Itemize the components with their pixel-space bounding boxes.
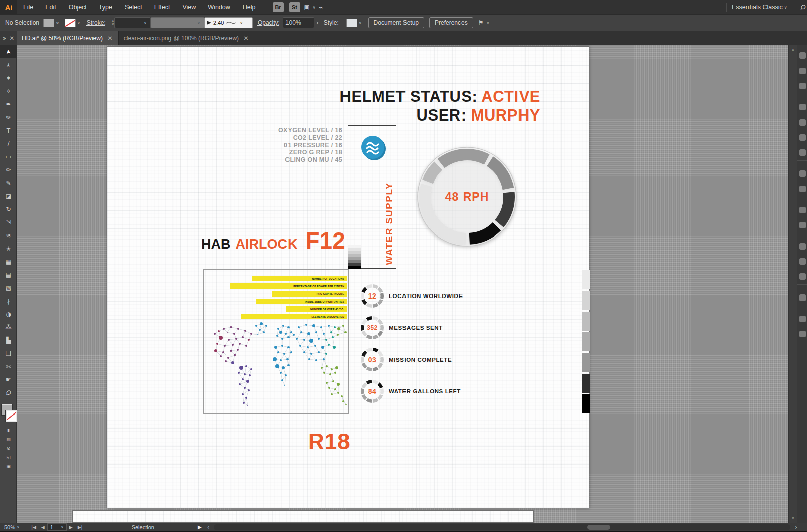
perspective-grid-tool[interactable]: ▦ <box>0 255 17 268</box>
stroke-weight-box[interactable]: 2.40 ∨ <box>204 17 253 28</box>
bridge-button[interactable]: Br <box>273 2 284 12</box>
stock-button[interactable]: St <box>289 2 300 12</box>
gradient-mode-button[interactable]: ▨ <box>0 435 17 444</box>
magic-wand-tool[interactable]: ✶ <box>0 72 17 85</box>
menu-window[interactable]: Window <box>202 0 236 14</box>
free-transform-tool[interactable]: ⇲ <box>0 216 17 229</box>
stat-water-gallons-left[interactable]: 84WATER GALLONS LEFT <box>359 378 461 404</box>
stat-messages-sent[interactable]: 352MESSAGES SENT <box>359 315 443 341</box>
brush-definition-dropdown[interactable]: ∨ <box>151 17 204 28</box>
panel-icon[interactable] <box>799 273 806 280</box>
water-supply-panel[interactable]: WATER SUPPLY <box>348 125 396 269</box>
horizontal-scrollbar[interactable] <box>214 524 790 530</box>
angle-right-icon[interactable]: › <box>316 19 319 26</box>
menu-edit[interactable]: Edit <box>39 0 63 14</box>
panel-icon[interactable] <box>799 294 806 301</box>
blend-tool[interactable]: ◑ <box>0 308 17 321</box>
vitals-list[interactable]: OXYGEN LEVEL / 16CO2 LEVEL / 2201 PRESSU… <box>278 127 342 164</box>
shaper-tool[interactable]: ✎ <box>0 176 17 190</box>
fill-stroke-widget[interactable] <box>0 403 17 426</box>
selection-tool[interactable]: ➤ <box>0 45 17 58</box>
stat-mission-complete[interactable]: 03MISSION COMPLETE <box>359 346 452 373</box>
close-icon[interactable]: × <box>9 35 14 42</box>
workspace-switcher[interactable]: Essentials Classic <box>732 4 783 11</box>
chevron-down-icon[interactable]: ∨ <box>77 21 80 25</box>
stroke-color-swatch[interactable] <box>65 19 76 27</box>
panel-dock[interactable] <box>797 45 807 523</box>
panel-icon[interactable] <box>799 186 806 192</box>
menu-effect[interactable]: Effect <box>148 0 177 14</box>
panel-icon[interactable] <box>799 331 806 337</box>
menu-select[interactable]: Select <box>119 0 148 14</box>
artboard-2[interactable] <box>72 510 534 523</box>
fill-color-swatch[interactable] <box>43 19 54 27</box>
chevron-down-icon[interactable]: ∨ <box>486 21 489 25</box>
panel-icon[interactable] <box>799 243 806 250</box>
chevron-down-icon[interactable]: ∨ <box>359 21 362 25</box>
rectangle-tool[interactable]: ▭ <box>0 150 17 163</box>
play-icon[interactable]: ▶ <box>198 524 202 530</box>
chevron-down-icon[interactable]: ∨ <box>17 525 20 529</box>
lasso-tool[interactable]: ✧ <box>0 85 17 98</box>
stats-list[interactable]: 12LOCATION WORLDWIDE352MESSAGES SENT03MI… <box>359 283 521 424</box>
arrange-documents-icon[interactable]: ▣ <box>304 4 310 11</box>
puppet-warp-tool[interactable]: ✭ <box>0 242 17 255</box>
overflow-icon[interactable]: » <box>3 35 6 42</box>
scrollbar-thumb[interactable] <box>587 525 610 530</box>
slice-tool[interactable]: ✄ <box>0 360 17 373</box>
document-setup-button[interactable]: Document Setup <box>368 17 424 28</box>
panel-icon[interactable] <box>799 52 806 59</box>
color-mode-button[interactable]: ▮ <box>0 426 17 435</box>
previous-artboard-icon[interactable]: ◀ <box>39 525 47 530</box>
hand-tool[interactable]: ☛ <box>0 373 17 386</box>
panel-icon[interactable] <box>799 207 806 213</box>
vertical-scrollbar[interactable]: ∧ ∨ <box>788 45 797 523</box>
scroll-down-icon[interactable]: ∨ <box>789 516 797 520</box>
helmet-status-heading[interactable]: HELMET STATUS: ACTIVE USER: MURPHY <box>340 87 540 125</box>
column-graph-tool[interactable]: ▙ <box>0 334 17 347</box>
scroll-left-icon[interactable]: ‹ <box>205 524 212 531</box>
snap-options-icon[interactable]: ⚑ <box>478 19 484 26</box>
symbol-sprayer-tool[interactable]: ⁂ <box>0 321 17 334</box>
stroke-weight-dropdown[interactable]: ∨ <box>114 17 151 28</box>
width-tool[interactable]: ≋ <box>0 229 17 242</box>
scroll-right-icon[interactable]: › <box>792 524 800 531</box>
menu-object[interactable]: Object <box>63 0 93 14</box>
direct-selection-tool[interactable]: ➢ <box>0 58 17 72</box>
zoom-tool[interactable]: Ϙ <box>0 386 17 399</box>
mesh-tool[interactable]: ▤ <box>0 268 17 281</box>
none-mode-button[interactable]: ⊘ <box>0 444 17 453</box>
preferences-button[interactable]: Preferences <box>429 17 473 28</box>
menu-type[interactable]: Type <box>93 0 119 14</box>
menu-view[interactable]: View <box>176 0 202 14</box>
style-swatch[interactable] <box>346 19 357 27</box>
opacity-value-box[interactable]: 100% <box>283 17 314 28</box>
first-artboard-icon[interactable]: |◀ <box>29 525 39 530</box>
last-artboard-icon[interactable]: ▶| <box>75 525 85 530</box>
scroll-up-icon[interactable]: ∧ <box>789 48 797 52</box>
panel-icon[interactable] <box>799 170 806 177</box>
panel-icon[interactable] <box>799 258 806 265</box>
panel-icon[interactable] <box>799 119 806 126</box>
panel-icon[interactable] <box>799 222 806 228</box>
infographic-frame[interactable]: NUMBER OF LOCATIONSPERCENTAGE OF POWER P… <box>203 269 349 414</box>
document-tab-1[interactable]: HD.ai* @ 50% (RGB/Preview)× <box>17 31 119 45</box>
panel-icon[interactable] <box>799 316 806 322</box>
rpm-gauge[interactable]: 48 RPH <box>417 146 517 247</box>
stroke-label[interactable]: Stroke: <box>87 19 106 26</box>
chevron-down-icon[interactable]: ∨ <box>784 5 787 10</box>
panel-icon[interactable] <box>799 68 806 74</box>
document-tab-2[interactable]: clean-air-icon.png @ 100% (RGB/Preview)× <box>119 31 254 45</box>
share-icon[interactable]: ⌁ <box>319 3 323 11</box>
rotate-tool[interactable]: ↻ <box>0 203 17 216</box>
footer-code[interactable]: R18 <box>308 429 351 454</box>
type-tool[interactable]: T <box>0 124 17 137</box>
stat-location-worldwide[interactable]: 12LOCATION WORLDWIDE <box>359 283 463 309</box>
panel-icon[interactable] <box>799 83 806 89</box>
eyedropper-tool[interactable]: ∤ <box>0 294 17 308</box>
opacity-label[interactable]: Opacity: <box>258 19 280 26</box>
panel-icon[interactable] <box>799 104 806 110</box>
zoom-level[interactable]: 50% <box>4 524 15 530</box>
artboard-navigation[interactable]: 1 ∨ <box>47 523 67 531</box>
line-segment-tool[interactable]: ∕ <box>0 137 17 150</box>
